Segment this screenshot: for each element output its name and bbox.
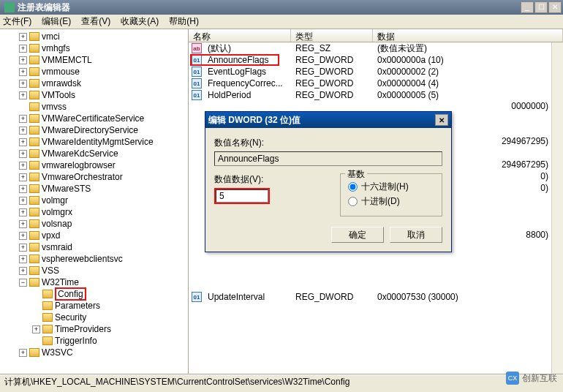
tree-expander-icon[interactable]: + xyxy=(19,127,27,135)
name-field-input xyxy=(214,151,442,166)
folder-icon xyxy=(42,313,53,322)
tree-item[interactable]: +vspherewebclientsvc xyxy=(0,253,188,265)
tree-item[interactable]: +vpxd xyxy=(0,230,188,241)
tree-item-label: VMWareCertificateService xyxy=(42,113,144,124)
tree-item[interactable]: +VMWareCertificateService xyxy=(0,113,188,124)
tree-item[interactable]: +volmgrx xyxy=(0,206,188,218)
tree-item[interactable]: +vmhgfs xyxy=(0,42,188,54)
tree-item[interactable]: +VMTools xyxy=(0,89,188,101)
tree-expander-icon[interactable]: + xyxy=(19,56,27,64)
tree-expander-icon[interactable]: + xyxy=(19,267,27,275)
tree-item[interactable]: +W3SVC xyxy=(0,347,188,358)
radio-dec[interactable] xyxy=(348,197,358,206)
tree-expander-icon[interactable]: + xyxy=(19,185,27,193)
tree-item[interactable]: +vmrawdsk xyxy=(0,78,188,89)
col-name-header[interactable]: 名称 xyxy=(189,29,291,42)
tree-expander-icon[interactable]: + xyxy=(19,150,27,158)
dialog-titlebar[interactable]: 编辑 DWORD (32 位)值 ✕ xyxy=(205,112,451,128)
tree-expander-icon[interactable]: + xyxy=(19,173,27,181)
menu-help[interactable]: 帮助(H) xyxy=(169,15,199,28)
tree-expander-icon[interactable]: + xyxy=(19,220,27,228)
tree-expander-icon[interactable]: + xyxy=(19,68,27,76)
folder-icon xyxy=(29,266,39,275)
edit-dword-dialog: 编辑 DWORD (32 位)值 ✕ 数值名称(N): 数值数据(V): 基数 … xyxy=(205,111,452,252)
tree-expander-icon[interactable]: + xyxy=(19,33,27,41)
tree-panel[interactable]: +vmci+vmhgfs+VMMEMCTL+vmmouse+vmrawdsk+V… xyxy=(0,29,189,374)
folder-icon xyxy=(29,243,39,252)
value-type: REG_DWORD xyxy=(291,90,373,100)
value-name: AnnounceFlags xyxy=(203,55,291,65)
menu-favorites[interactable]: 收藏夹(A) xyxy=(121,15,159,28)
tree-expander-icon[interactable]: + xyxy=(19,244,27,252)
tree-item-label: Config xyxy=(55,287,86,301)
list-row[interactable]: 01HoldPeriodREG_DWORD0x00000005 (5) xyxy=(189,89,563,101)
tree-item[interactable]: +VMwareKdcService xyxy=(0,148,188,159)
dialog-close-button[interactable]: ✕ xyxy=(435,114,448,126)
data-field-label: 数值数据(V): xyxy=(214,173,330,186)
tree-item-label: Parameters xyxy=(55,301,100,311)
list-scrollbar[interactable] xyxy=(551,42,563,374)
tree-item[interactable]: +VMwareSTS xyxy=(0,183,188,195)
tree-item[interactable]: +VMwareIdentityMgmtService xyxy=(0,136,188,148)
folder-icon xyxy=(29,67,39,76)
tree-item[interactable]: +VMMEMCTL xyxy=(0,54,188,66)
tree-item-label: vmmouse xyxy=(42,67,80,77)
tree-item[interactable]: +vmwarelogbrowser xyxy=(0,159,188,171)
tree-item[interactable]: +vmci xyxy=(0,31,188,42)
tree-expander-icon[interactable]: + xyxy=(19,162,27,170)
col-data-header[interactable]: 数据 xyxy=(373,29,563,42)
tree-item[interactable]: +volmgr xyxy=(0,195,188,206)
data-field-input[interactable] xyxy=(216,189,268,203)
app-icon xyxy=(4,2,15,12)
menu-view[interactable]: 查看(V) xyxy=(81,15,110,28)
tree-expander-icon[interactable]: + xyxy=(19,80,27,88)
tree-expander-icon[interactable]: + xyxy=(19,138,27,146)
tree-expander-icon[interactable]: − xyxy=(19,279,27,287)
cancel-button[interactable]: 取消 xyxy=(390,227,442,243)
list-row[interactable]: ab(默认)REG_SZ(数值未设置) xyxy=(189,42,563,54)
tree-expander-icon[interactable]: + xyxy=(19,232,27,240)
tree-item[interactable]: +VMwareDirectoryService xyxy=(0,124,188,136)
tree-item[interactable]: Security xyxy=(0,312,188,323)
menu-edit[interactable]: 编辑(E) xyxy=(42,15,71,28)
minimize-button[interactable]: _ xyxy=(521,1,534,13)
radio-dec-label: 十进制(D) xyxy=(361,195,400,208)
window-controls: _ ☐ ✕ xyxy=(520,1,562,13)
tree-expander-icon[interactable]: + xyxy=(19,115,27,123)
value-type: REG_DWORD xyxy=(291,55,373,65)
tree-item[interactable]: +VmwareOrchestrator xyxy=(0,171,188,183)
list-row[interactable]: 01FrequencyCorrec...REG_DWORD0x00000004 … xyxy=(189,78,563,89)
folder-icon xyxy=(29,184,39,193)
tree-expander-icon[interactable]: + xyxy=(19,91,27,99)
tree-item[interactable]: +vmmouse xyxy=(0,66,188,78)
tree-expander-icon[interactable]: + xyxy=(19,45,27,53)
value-name: FrequencyCorrec... xyxy=(203,78,291,88)
tree-item[interactable]: +vsmraid xyxy=(0,241,188,253)
tree-item[interactable]: +volsnap xyxy=(0,218,188,230)
tree-item[interactable]: Parameters xyxy=(0,300,188,312)
ok-button[interactable]: 确定 xyxy=(331,227,384,243)
list-row[interactable]: 01UpdateIntervalREG_DWORD0x00007530 (300… xyxy=(189,291,563,303)
tree-item-label: VMMEMCTL xyxy=(42,55,92,65)
menu-file[interactable]: 文件(F) xyxy=(3,15,31,28)
tree-expander-icon[interactable]: + xyxy=(19,208,27,216)
tree-item[interactable]: TriggerInfo xyxy=(0,335,188,347)
list-row[interactable]: 01EventLogFlagsREG_DWORD0x00000002 (2) xyxy=(189,66,563,78)
tree-expander-icon[interactable]: + xyxy=(19,197,27,205)
tree-item[interactable]: Config xyxy=(0,288,188,300)
tree-item-label: VMwareDirectoryService xyxy=(42,125,138,135)
list-header: 名称 类型 数据 xyxy=(189,29,563,42)
tree-item[interactable]: −W32Time xyxy=(0,276,188,288)
list-row[interactable]: 01AnnounceFlagsREG_DWORD0x0000000a (10) xyxy=(189,54,563,66)
tree-expander-icon[interactable]: + xyxy=(19,255,27,263)
radio-hex[interactable] xyxy=(348,182,358,192)
col-type-header[interactable]: 类型 xyxy=(291,29,373,42)
close-button[interactable]: ✕ xyxy=(548,1,562,13)
tree-item[interactable]: +VSS xyxy=(0,265,188,276)
tree-item[interactable]: vmvss xyxy=(0,101,188,113)
tree-item[interactable]: +TimeProviders xyxy=(0,323,188,335)
value-data: 0x00007530 (30000) xyxy=(373,292,563,302)
maximize-button[interactable]: ☐ xyxy=(534,1,548,13)
tree-expander-icon[interactable]: + xyxy=(32,325,40,333)
tree-expander-icon[interactable]: + xyxy=(19,349,27,357)
